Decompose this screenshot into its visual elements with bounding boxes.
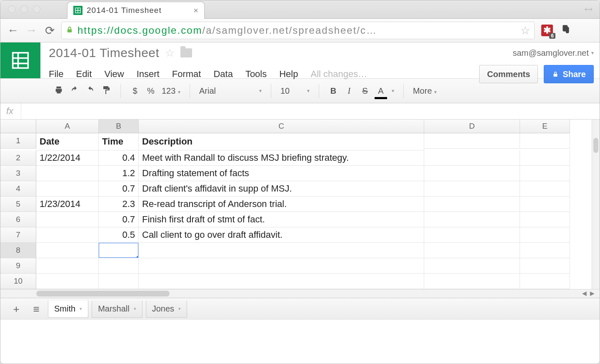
format-percent-button[interactable]: % bbox=[146, 86, 156, 96]
cell[interactable] bbox=[424, 197, 520, 212]
cell[interactable] bbox=[424, 212, 520, 227]
cell[interactable]: 2.3 bbox=[99, 197, 139, 212]
column-header-B[interactable]: B bbox=[99, 120, 139, 133]
horizontal-scrollbar[interactable]: ◀▶ bbox=[0, 289, 600, 298]
redo-icon[interactable] bbox=[85, 86, 95, 96]
scrollbar-thumb[interactable] bbox=[593, 138, 598, 153]
row-header[interactable]: 7 bbox=[0, 227, 36, 243]
cell[interactable]: Finish first draft of stmt of fact. bbox=[139, 212, 424, 227]
print-icon[interactable] bbox=[54, 85, 64, 97]
fill-handle-icon[interactable] bbox=[137, 256, 139, 258]
menu-edit[interactable]: Edit bbox=[76, 69, 92, 80]
column-header-C[interactable]: C bbox=[139, 120, 424, 133]
cell[interactable] bbox=[520, 227, 570, 243]
menu-help[interactable]: Help bbox=[279, 69, 298, 80]
cell[interactable] bbox=[36, 227, 99, 243]
reload-icon[interactable]: ⟳ bbox=[43, 24, 56, 37]
row-header[interactable]: 2 bbox=[0, 150, 36, 166]
all-sheets-button[interactable]: ≡ bbox=[28, 302, 45, 317]
row-header[interactable]: 10 bbox=[0, 274, 36, 289]
format-number-button[interactable]: 123 ▾ bbox=[162, 86, 180, 96]
column-header-A[interactable]: A bbox=[36, 120, 99, 133]
sheet-tab[interactable]: Jones▾ bbox=[146, 301, 187, 318]
menu-data[interactable]: Data bbox=[213, 69, 232, 80]
cell[interactable] bbox=[520, 197, 570, 212]
cell[interactable] bbox=[520, 133, 570, 149]
cell[interactable] bbox=[139, 243, 424, 258]
cell[interactable] bbox=[424, 243, 520, 258]
cell[interactable]: 0.5 bbox=[99, 227, 139, 243]
cell[interactable] bbox=[520, 212, 570, 227]
cell[interactable]: 1/23/2014 bbox=[36, 197, 99, 212]
cell[interactable] bbox=[36, 181, 99, 197]
tab-close-icon[interactable]: × bbox=[193, 6, 198, 15]
column-header-D[interactable]: D bbox=[424, 120, 520, 133]
lastpass-extension-icon[interactable]: ✱6 bbox=[541, 25, 553, 36]
forward-icon[interactable]: → bbox=[25, 24, 38, 37]
cell[interactable] bbox=[424, 133, 520, 149]
more-toolbar-button[interactable]: More ▾ bbox=[413, 86, 437, 96]
strikethrough-button[interactable]: S bbox=[360, 86, 370, 96]
cell[interactable] bbox=[36, 258, 99, 274]
cell[interactable]: Call client to go over draft affidavit. bbox=[139, 227, 424, 243]
format-currency-button[interactable]: $ bbox=[130, 86, 140, 96]
spreadsheet-grid[interactable]: A B C D E 1 Date Time Description 2 1/22… bbox=[0, 120, 600, 289]
add-sheet-button[interactable]: + bbox=[8, 302, 25, 317]
cell[interactable]: Description bbox=[139, 133, 424, 150]
cell[interactable] bbox=[139, 258, 424, 274]
scroll-left-icon[interactable]: ◀ bbox=[582, 290, 587, 297]
cell[interactable] bbox=[424, 227, 520, 243]
chevron-down-icon[interactable]: ▾ bbox=[80, 306, 82, 312]
cell[interactable]: Drafting statement of facts bbox=[139, 166, 424, 181]
cell[interactable] bbox=[424, 166, 520, 181]
close-window-icon[interactable] bbox=[8, 5, 15, 13]
minimize-window-icon[interactable] bbox=[20, 5, 28, 13]
row-header[interactable]: 4 bbox=[0, 181, 36, 197]
menu-view[interactable]: View bbox=[104, 69, 124, 80]
bold-button[interactable]: B bbox=[328, 86, 338, 96]
cell[interactable]: Time bbox=[99, 133, 139, 150]
cell[interactable]: 0.7 bbox=[99, 181, 139, 197]
menu-format[interactable]: Format bbox=[172, 69, 201, 80]
cell[interactable] bbox=[99, 258, 139, 274]
cell[interactable]: 0.4 bbox=[99, 150, 139, 166]
vertical-scrollbar[interactable] bbox=[592, 120, 600, 289]
browser-tab[interactable]: 2014-01 Timesheet × bbox=[67, 2, 205, 19]
active-cell[interactable] bbox=[99, 243, 139, 258]
font-family-dropdown[interactable]: Arial▾ bbox=[199, 86, 262, 96]
row-header[interactable]: 3 bbox=[0, 166, 36, 181]
cell[interactable] bbox=[139, 274, 424, 289]
sheets-app-logo-icon[interactable] bbox=[0, 42, 40, 78]
star-document-icon[interactable]: ☆ bbox=[165, 47, 175, 60]
cell[interactable] bbox=[424, 274, 520, 289]
cell[interactable] bbox=[424, 181, 520, 197]
bookmark-star-icon[interactable]: ☆ bbox=[520, 24, 530, 37]
undo-icon[interactable] bbox=[70, 86, 80, 96]
select-all-corner[interactable] bbox=[0, 120, 36, 133]
cell[interactable] bbox=[520, 181, 570, 197]
menu-insert[interactable]: Insert bbox=[137, 69, 160, 80]
cell[interactable] bbox=[520, 166, 570, 181]
chevron-down-icon[interactable]: ▾ bbox=[392, 88, 394, 94]
sheet-tab[interactable]: Marshall▾ bbox=[92, 301, 142, 318]
move-to-folder-icon[interactable] bbox=[180, 48, 192, 57]
account-email[interactable]: sam@samglover.net▾ bbox=[512, 48, 594, 58]
cell[interactable] bbox=[424, 150, 520, 166]
text-color-button[interactable]: A bbox=[376, 86, 386, 96]
column-header-E[interactable]: E bbox=[520, 120, 570, 133]
font-size-dropdown[interactable]: 10▾ bbox=[280, 86, 310, 96]
cell[interactable] bbox=[424, 258, 520, 274]
row-header[interactable]: 5 bbox=[0, 197, 36, 212]
back-icon[interactable]: ← bbox=[6, 24, 20, 37]
row-header[interactable]: 6 bbox=[0, 212, 36, 227]
cell[interactable] bbox=[36, 243, 99, 258]
comments-button[interactable]: Comments bbox=[479, 65, 538, 83]
cell[interactable]: Date bbox=[36, 133, 99, 150]
cell[interactable] bbox=[36, 274, 99, 289]
cell[interactable]: 1.2 bbox=[99, 166, 139, 181]
row-header[interactable]: 8 bbox=[0, 243, 36, 258]
cell[interactable] bbox=[99, 274, 139, 289]
row-header[interactable]: 1 bbox=[0, 133, 36, 149]
cell[interactable]: 1/22/2014 bbox=[36, 150, 99, 166]
cell[interactable] bbox=[520, 258, 570, 274]
